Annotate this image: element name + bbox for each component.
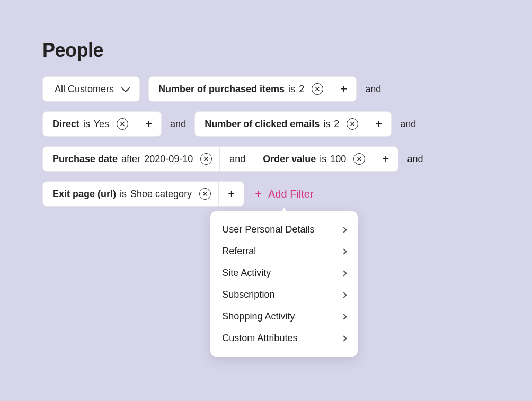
chevron-right-icon [341, 292, 347, 298]
page-title: People [42, 39, 490, 61]
plus-icon[interactable]: + [373, 147, 398, 171]
chevron-right-icon [341, 314, 347, 319]
plus-icon[interactable]: + [218, 182, 244, 206]
filter-body[interactable]: Order value is 100 ✕ [253, 147, 373, 171]
filter-text: Purchase date after 2020-09-10 [52, 154, 193, 165]
filter-text: Direct is Yes [52, 119, 109, 130]
and-label: and [400, 119, 416, 130]
popover-item-label: Site Activity [222, 268, 271, 279]
filter-text: Number of purchased items is 2 [158, 84, 304, 95]
plus-icon[interactable]: + [366, 112, 391, 136]
remove-icon[interactable]: ✕ [353, 153, 365, 165]
filter-chip: Number of clicked emails is 2 ✕ + [194, 111, 392, 137]
filter-body[interactable]: Purchase date after 2020-09-10 ✕ [43, 147, 219, 171]
filter-row: All Customers Number of purchased items … [42, 76, 490, 102]
popover-item[interactable]: Referral [210, 240, 358, 262]
filter-chip: Direct is Yes ✕ + [42, 111, 162, 137]
filter-chip: Number of purchased items is 2 ✕ + [148, 76, 357, 102]
remove-icon[interactable]: ✕ [199, 188, 211, 200]
chevron-right-icon [341, 270, 347, 276]
popover-item[interactable]: Shopping Activity [210, 306, 358, 327]
filter-text: Number of clicked emails is 2 [205, 119, 339, 130]
filter-text: Exit page (url) is Shoe category [52, 189, 192, 200]
filter-chip: Exit page (url) is Shoe category ✕ + [42, 181, 244, 207]
chevron-right-icon [341, 248, 347, 254]
add-filter-button[interactable]: + Add Filter User Personal Details Refer… [255, 187, 313, 201]
filter-body[interactable]: Exit page (url) is Shoe category ✕ [43, 182, 218, 206]
and-label: and [170, 119, 186, 130]
remove-icon[interactable]: ✕ [117, 118, 128, 130]
filter-body[interactable]: Direct is Yes ✕ [43, 112, 136, 136]
popover-item[interactable]: Site Activity [210, 262, 358, 284]
chevron-right-icon [341, 335, 347, 341]
filter-builder: All Customers Number of purchased items … [42, 76, 490, 207]
remove-icon[interactable]: ✕ [347, 118, 358, 130]
popover-item-label: Subscription [222, 289, 274, 300]
popover-item[interactable]: Custom Attributes [210, 327, 358, 349]
popover-item-label: User Personal Details [222, 224, 314, 235]
remove-icon[interactable]: ✕ [312, 83, 323, 95]
filter-body[interactable]: Number of purchased items is 2 ✕ [149, 77, 331, 101]
popover-item-label: Custom Attributes [222, 333, 297, 344]
filter-chip: Purchase date after 2020-09-10 ✕ and Ord… [42, 146, 398, 172]
plus-icon[interactable]: + [136, 112, 161, 136]
segment-selector[interactable]: All Customers [42, 76, 140, 102]
popover-item-label: Referral [222, 246, 256, 257]
popover-item[interactable]: Subscription [210, 284, 358, 306]
and-label: and [407, 154, 423, 165]
popover-item-label: Shopping Activity [222, 311, 295, 322]
filter-row: Exit page (url) is Shoe category ✕ + + A… [42, 181, 490, 207]
plus-icon: + [255, 187, 262, 201]
filter-row: Direct is Yes ✕ + and Number of clicked … [42, 111, 490, 137]
filter-body[interactable]: Number of clicked emails is 2 ✕ [195, 112, 366, 136]
chevron-down-icon [121, 83, 130, 92]
filter-text: Order value is 100 [263, 154, 346, 165]
filter-row: Purchase date after 2020-09-10 ✕ and Ord… [42, 146, 490, 172]
filter-category-popover: User Personal Details Referral Site Acti… [210, 211, 358, 357]
add-filter-label: Add Filter [268, 188, 314, 200]
chevron-right-icon [341, 227, 347, 233]
and-label: and [365, 84, 381, 95]
and-inner-label: and [219, 147, 253, 171]
popover-item[interactable]: User Personal Details [210, 219, 358, 240]
plus-icon[interactable]: + [331, 77, 356, 101]
segment-label: All Customers [55, 84, 114, 95]
remove-icon[interactable]: ✕ [200, 153, 212, 165]
